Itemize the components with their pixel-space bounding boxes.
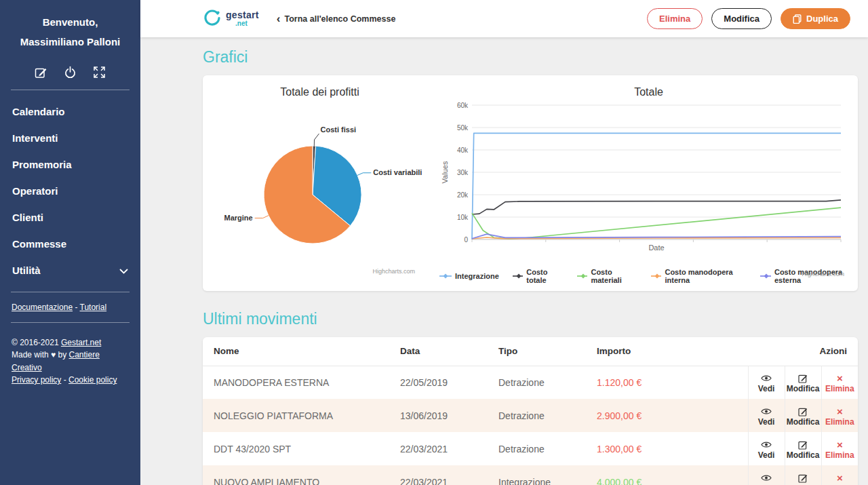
sidebar-item-clienti[interactable]: Clienti: [0, 204, 140, 231]
sidebar-item-label: Calendario: [12, 106, 65, 117]
logout-power-icon[interactable]: [64, 66, 77, 79]
documentazione-link[interactable]: Documentazione: [12, 303, 73, 312]
legend-marker-icon: [513, 273, 523, 279]
gestart-logo[interactable]: gestart .net: [203, 9, 259, 29]
legend-marker-icon: [439, 273, 452, 279]
action-modifica[interactable]: Modifica: [785, 399, 821, 432]
topbar: gestart .net ‹ Torna all'elenco Commesse…: [140, 0, 868, 37]
table-row: DDT 43/2020 SPT22/03/2021Detrazione1.300…: [203, 432, 858, 465]
delete-x-icon: ×: [822, 407, 859, 416]
movements-table-card: Nome Data Tipo Importo Azioni MANODOPERA…: [203, 337, 858, 485]
pie-label: Costi fissi: [321, 125, 357, 134]
action-modifica[interactable]: Modifica: [785, 465, 821, 485]
action-vedi[interactable]: Vedi: [748, 432, 785, 465]
legend-marker-icon: [577, 273, 588, 279]
back-to-list-link[interactable]: ‹ Torna all'elenco Commesse: [277, 13, 396, 24]
legend-label: Costo manodopera interna: [665, 268, 747, 284]
action-vedi[interactable]: Vedi: [748, 465, 785, 485]
action-modifica[interactable]: Modifica: [785, 432, 821, 465]
cell-nome: NUOVO AMPLIAMENTO: [203, 465, 389, 485]
charts-card: Totale dei profitti Costi fissiCosti var…: [203, 75, 858, 291]
cell-tipo: Detrazione: [488, 399, 586, 432]
svg-text:0: 0: [464, 236, 468, 244]
sidebar-item-promemoria[interactable]: Promemoria: [0, 151, 140, 178]
series-line: [472, 208, 841, 239]
chart-legend: IntegrazioneCosto totaleCosto materialiC…: [439, 268, 858, 284]
table-row: MANODOPERA ESTERNA22/05/2019Detrazione1.…: [203, 366, 858, 399]
back-chevron-icon: ‹: [277, 13, 281, 24]
elimina-button[interactable]: Elimina: [647, 8, 703, 29]
sidebar-item-calendario[interactable]: Calendario: [0, 98, 140, 125]
gestart-link[interactable]: Gestart.net: [61, 338, 101, 347]
app-root: Benvenuto, Massimiliano Palloni Calendar…: [0, 0, 868, 485]
action-elimina[interactable]: ×Elimina: [821, 399, 858, 432]
welcome-block: Benvenuto, Massimiliano Palloni: [0, 12, 140, 52]
action-vedi[interactable]: Vedi: [748, 399, 785, 432]
modifica-button[interactable]: Modifica: [711, 8, 772, 29]
edit-icon: [785, 407, 821, 416]
column-importo: Importo: [586, 337, 748, 366]
policy-line: Privacy policy - Cookie policy: [12, 374, 129, 387]
line-chart[interactable]: 010k20k30k40k50k60kDateValues: [439, 101, 846, 264]
pie-chart[interactable]: Costi fissiCosti variabiliMargine: [203, 105, 437, 261]
link-separator: -: [61, 375, 68, 385]
cell-importo: 4.000,00 €: [586, 465, 748, 485]
cell-nome: DDT 43/2020 SPT: [203, 432, 389, 465]
highcharts-credits: Highcharts.com: [802, 271, 844, 277]
made-with-line: Made with ♥ by Cantiere Creativo: [12, 349, 129, 374]
eye-icon: [749, 407, 785, 416]
link-separator: -: [73, 303, 79, 312]
column-tipo: Tipo: [488, 337, 586, 366]
table-header-row: Nome Data Tipo Importo Azioni: [203, 337, 858, 366]
made-with-text: Made with ♥ by: [12, 350, 69, 360]
duplica-label: Duplica: [806, 14, 838, 24]
logo-name: gestart: [226, 10, 259, 20]
svg-text:40k: 40k: [457, 147, 469, 154]
tutorial-link[interactable]: Tutorial: [80, 303, 107, 312]
sidebar: Benvenuto, Massimiliano Palloni Calendar…: [0, 0, 140, 485]
legend-item[interactable]: Integrazione: [439, 272, 499, 280]
sidebar-footer: © 2016-2021 Gestart.net Made with ♥ by C…: [0, 323, 140, 387]
cell-data: 22/03/2021: [389, 465, 488, 485]
cell-importo: 1.300,00 €: [586, 432, 748, 465]
expand-icon[interactable]: [93, 66, 106, 79]
svg-text:60k: 60k: [457, 102, 469, 109]
copyright-text: © 2016-2021: [12, 338, 61, 347]
eye-icon: [749, 473, 785, 483]
legend-item[interactable]: Costo manodopera interna: [651, 268, 747, 284]
sidebar-item-interventi[interactable]: Interventi: [0, 125, 140, 151]
svg-text:30k: 30k: [457, 169, 469, 176]
eye-icon: [749, 440, 785, 450]
logo-text: gestart .net: [226, 10, 259, 27]
edit-icon: [785, 473, 821, 483]
action-elimina[interactable]: ×Elimina: [821, 432, 858, 465]
column-nome: Nome: [203, 337, 389, 366]
delete-x-icon: ×: [822, 440, 859, 450]
action-elimina[interactable]: ×Elimina: [821, 366, 858, 399]
legend-item[interactable]: Costo materiali: [577, 268, 637, 284]
logo-mark-icon: [203, 9, 221, 29]
copy-icon: [793, 14, 802, 24]
action-modifica[interactable]: Modifica: [785, 366, 821, 399]
sidebar-item-utilita[interactable]: Utilità: [0, 257, 140, 284]
charts-heading: Grafici: [203, 48, 858, 66]
privacy-policy-link[interactable]: Privacy policy: [12, 375, 61, 385]
action-elimina[interactable]: ×Elimina: [821, 465, 858, 485]
sidebar-quick-actions: [0, 66, 140, 79]
cookie-policy-link[interactable]: Cookie policy: [68, 375, 117, 385]
line-chart-title: Totale: [439, 86, 858, 101]
edit-profile-icon[interactable]: [35, 66, 47, 79]
cell-data: 13/06/2019: [389, 399, 488, 432]
sidebar-item-operatori[interactable]: Operatori: [0, 178, 140, 204]
back-link-label: Torna all'elenco Commesse: [284, 14, 395, 24]
edit-icon: [785, 374, 821, 383]
welcome-text: Benvenuto,: [0, 12, 140, 32]
duplica-button[interactable]: Duplica: [781, 8, 850, 29]
cell-data: 22/05/2019: [389, 366, 488, 399]
legend-item[interactable]: Costo totale: [513, 268, 564, 284]
action-vedi[interactable]: Vedi: [748, 366, 785, 399]
column-data: Data: [389, 337, 488, 366]
sidebar-item-commesse[interactable]: Commesse: [0, 231, 140, 257]
cell-importo: 2.900,00 €: [586, 399, 748, 432]
pie-label: Margine: [224, 214, 253, 222]
